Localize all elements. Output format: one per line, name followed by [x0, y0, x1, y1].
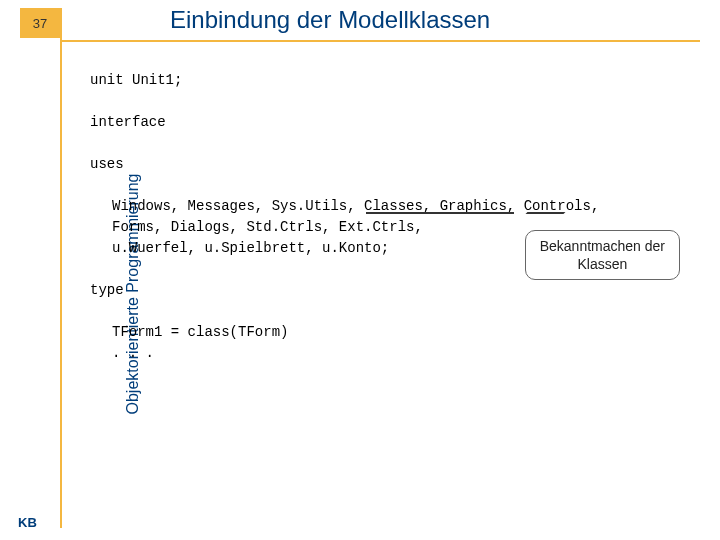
callout-connector — [366, 212, 514, 214]
code-line: unit Unit1; — [90, 70, 599, 91]
code-blank — [90, 91, 599, 112]
code-line: . . . — [90, 343, 599, 364]
page-number: 37 — [20, 8, 60, 38]
code-line: type — [90, 280, 599, 301]
code-line: Windows, Messages, Sys.Utils, Classes, G… — [90, 196, 599, 217]
footer-label: KB — [18, 515, 37, 530]
code-blank — [90, 175, 599, 196]
code-line: interface — [90, 112, 599, 133]
slide-title: Einbindung der Modellklassen — [170, 6, 490, 34]
callout-box: Bekanntmachen der Klassen — [525, 230, 680, 280]
horizontal-divider — [60, 40, 700, 42]
callout-text-line2: Klassen — [540, 255, 665, 273]
code-line: uses — [90, 154, 599, 175]
code-blank — [90, 259, 599, 280]
code-line: TForm1 = class(TForm) — [90, 322, 599, 343]
vertical-divider — [60, 8, 62, 528]
code-blank — [90, 133, 599, 154]
page-number-text: 37 — [33, 16, 47, 31]
callout-text-line1: Bekanntmachen der — [540, 237, 665, 255]
code-blank — [90, 301, 599, 322]
